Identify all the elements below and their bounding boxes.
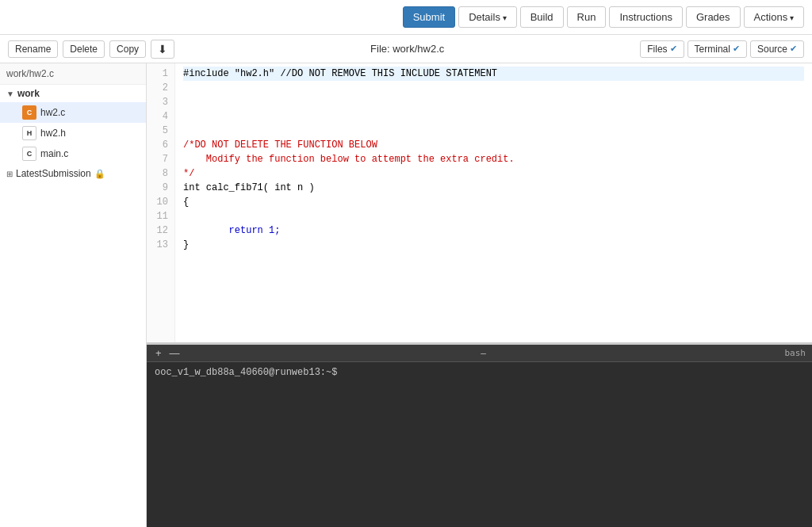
code-line-4 [183, 109, 804, 124]
line-num-9: 9 [153, 181, 168, 195]
line-num-1: 1 [153, 67, 168, 81]
files-check-icon: ✔ [670, 44, 677, 54]
terminal-header: + — — bash [147, 345, 812, 362]
build-button[interactable]: Build [520, 6, 564, 28]
actions-button[interactable]: Actions [744, 6, 804, 28]
line-num-6: 6 [153, 138, 168, 152]
collapse-icon: ▼ [6, 90, 14, 98]
code-line-8: */ [183, 166, 804, 181]
sidebar-item-latest-submission[interactable]: ⊞ LatestSubmission 🔒 [0, 164, 146, 183]
sidebar-folder-work[interactable]: ▼ work [0, 85, 146, 102]
editor-scroll[interactable]: 1 2 3 4 5 6 7 8 9 10 11 12 13 [147, 63, 812, 342]
work-folder-label: work [17, 88, 40, 99]
terminal-center-label: — [481, 348, 486, 358]
run-button[interactable]: Run [567, 6, 607, 28]
details-button[interactable]: Details [458, 6, 517, 28]
code-line-11 [183, 209, 804, 223]
code-line-5 [183, 124, 804, 138]
code-line-6: /*DO NOT DELETE THE FUNCTION BELOW [183, 138, 804, 152]
editor-panel: 1 2 3 4 5 6 7 8 9 10 11 12 13 [147, 63, 812, 345]
code-line-2 [183, 81, 804, 95]
terminal-close-button[interactable]: — [167, 347, 182, 359]
line-num-4: 4 [153, 109, 168, 124]
source-check-icon: ✔ [790, 44, 797, 54]
code-line-13: } [183, 238, 804, 252]
mainc-label: main.c [40, 148, 68, 159]
line-num-5: 5 [153, 124, 168, 138]
instructions-button[interactable]: Instructions [609, 6, 682, 28]
sidebar-header: work/hw2.c [0, 63, 146, 85]
grades-button[interactable]: Grades [686, 6, 741, 28]
terminal-add-button[interactable]: + [153, 347, 164, 359]
submit-button[interactable]: Submit [403, 6, 455, 28]
hw2c-icon: C [22, 105, 36, 120]
line-num-7: 7 [153, 152, 168, 166]
second-toolbar: Rename Delete Copy ⬇ File: work/hw2.c Fi… [0, 35, 812, 63]
code-line-3 [183, 95, 804, 109]
view-buttons: Files ✔ Terminal ✔ Source ✔ [640, 40, 804, 58]
download-button[interactable]: ⬇ [151, 40, 174, 59]
terminal-view-button[interactable]: Terminal ✔ [688, 40, 747, 58]
terminal-prompt: ooc_v1_w_db88a_40660@runweb13:~$ [155, 367, 804, 378]
terminal-panel: + — — bash ooc_v1_w_db88a_40660@runweb13… [147, 345, 812, 527]
source-view-button[interactable]: Source ✔ [750, 40, 804, 58]
code-line-1: #include "hw2.h" //DO NOT REMOVE THIS IN… [183, 67, 804, 81]
terminal-check-icon: ✔ [733, 44, 740, 54]
rename-button[interactable]: Rename [8, 40, 58, 58]
hw2c-label: hw2.c [40, 107, 65, 118]
code-line-7: Modify the function below to attempt the… [183, 152, 804, 166]
code-line-10: { [183, 195, 804, 209]
line-num-10: 10 [153, 195, 168, 209]
file-title: File: work/hw2.c [179, 43, 635, 55]
line-num-2: 2 [153, 81, 168, 95]
bash-label: bash [785, 348, 806, 358]
files-view-button[interactable]: Files ✔ [640, 40, 684, 58]
code-line-9: int calc_fib71( int n ) [183, 181, 804, 195]
line-num-13: 13 [153, 238, 168, 252]
sidebar-item-hw2c[interactable]: C hw2.c [0, 102, 146, 123]
code-content[interactable]: #include "hw2.h" //DO NOT REMOVE THIS IN… [175, 63, 812, 342]
content-area: 1 2 3 4 5 6 7 8 9 10 11 12 13 [147, 63, 812, 527]
top-nav: Submit Details Build Run Instructions Gr… [0, 0, 812, 35]
terminal-controls: + — [153, 347, 182, 359]
copy-button[interactable]: Copy [109, 40, 146, 58]
sidebar-item-hw2h[interactable]: H hw2.h [0, 123, 146, 143]
line-num-12: 12 [153, 223, 168, 238]
terminal-body[interactable]: ooc_v1_w_db88a_40660@runweb13:~$ [147, 362, 812, 527]
code-line-12: return 1; [183, 223, 804, 238]
hw2h-label: hw2.h [40, 128, 66, 139]
expand-icon: ⊞ [6, 170, 13, 178]
line-num-11: 11 [153, 209, 168, 223]
code-area: 1 2 3 4 5 6 7 8 9 10 11 12 13 [147, 63, 812, 342]
line-numbers: 1 2 3 4 5 6 7 8 9 10 11 12 13 [147, 63, 175, 342]
source-label: Source [757, 44, 787, 55]
latest-submission-label: LatestSubmission [16, 168, 91, 179]
terminal-label: Terminal [695, 44, 730, 55]
sidebar: work/hw2.c ▼ work C hw2.c H hw2.h C main… [0, 63, 147, 527]
lock-icon: 🔒 [94, 169, 105, 179]
line-num-8: 8 [153, 166, 168, 181]
line-num-3: 3 [153, 95, 168, 109]
mainc-icon: C [22, 147, 36, 161]
files-label: Files [647, 44, 667, 55]
hw2h-icon: H [22, 126, 36, 140]
sidebar-item-mainc[interactable]: C main.c [0, 143, 146, 164]
main-layout: work/hw2.c ▼ work C hw2.c H hw2.h C main… [0, 63, 812, 527]
delete-button[interactable]: Delete [63, 40, 105, 58]
